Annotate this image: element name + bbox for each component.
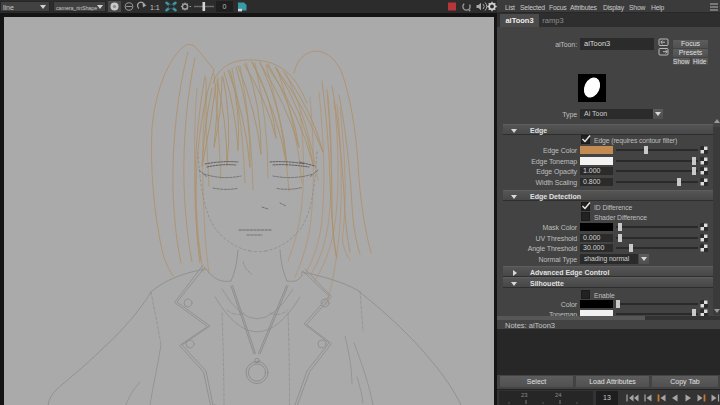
svg-text:1:1: 1:1 xyxy=(150,4,160,11)
svg-text:0: 0 xyxy=(223,3,227,10)
